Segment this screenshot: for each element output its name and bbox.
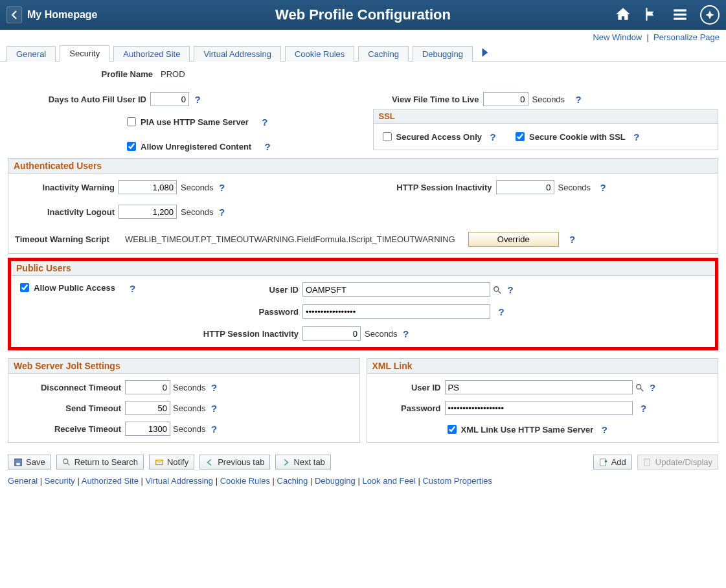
tab-security[interactable]: Security xyxy=(60,45,109,62)
footer-link-authorized-site[interactable]: Authorized Site xyxy=(82,476,139,486)
timeout-script-value: WEBLIB_TIMEOUT.PT_TIMEOUTWARNING.FieldFo… xyxy=(125,234,455,244)
tab-bar: General Security Authorized Site Virtual… xyxy=(0,45,726,62)
footer-link-general[interactable]: General xyxy=(8,476,38,486)
chevron-right-icon xyxy=(479,47,491,58)
footer-link-custom-properties[interactable]: Custom Properties xyxy=(422,476,492,486)
notify-button[interactable]: Notify xyxy=(149,455,194,469)
pia-same-server-checkbox[interactable] xyxy=(127,117,136,126)
help-icon[interactable]: ? xyxy=(648,382,657,393)
footer-link-caching[interactable]: Caching xyxy=(277,476,308,486)
help-icon[interactable]: ? xyxy=(402,328,411,339)
override-button[interactable]: Override xyxy=(468,232,559,247)
seconds-label: Seconds xyxy=(173,383,206,392)
send-timeout-input[interactable] xyxy=(125,401,170,415)
help-icon[interactable]: ? xyxy=(210,403,219,414)
help-icon[interactable]: ? xyxy=(210,382,219,393)
back-button[interactable] xyxy=(6,6,22,23)
tab-authorized-site[interactable]: Authorized Site xyxy=(113,46,190,62)
save-button[interactable]: Save xyxy=(8,455,51,469)
secure-cookie-checkbox[interactable] xyxy=(516,132,525,141)
help-icon[interactable]: ? xyxy=(598,182,607,193)
xml-userid-input[interactable] xyxy=(445,380,633,394)
http-session-label: HTTP Session Inactivity xyxy=(373,183,496,192)
help-icon[interactable]: ? xyxy=(263,141,272,152)
personalize-page-link[interactable]: Personalize Page xyxy=(653,32,720,42)
public-userid-label: User ID xyxy=(173,285,302,295)
allow-unregistered-checkbox[interactable] xyxy=(127,142,136,151)
allow-public-label: Allow Public Access xyxy=(34,283,115,293)
footer-link-cookie-rules[interactable]: Cookie Rules xyxy=(220,476,270,486)
receive-timeout-input[interactable] xyxy=(125,422,170,436)
next-tab-button[interactable]: Next tab xyxy=(275,455,330,469)
public-users-title: Public Users xyxy=(11,261,715,276)
navigator-icon[interactable] xyxy=(700,5,720,25)
tab-general[interactable]: General xyxy=(6,46,56,62)
help-icon[interactable]: ? xyxy=(193,94,202,105)
public-http-session-label: HTTP Session Inactivity xyxy=(173,329,302,339)
xml-same-server-label: XML Link Use HTTP Same Server xyxy=(461,425,594,435)
lookup-icon[interactable] xyxy=(493,284,502,295)
days-autofill-label: Days to Auto Fill User ID xyxy=(8,95,150,104)
xml-password-input[interactable] xyxy=(445,401,633,415)
tab-virtual-addressing[interactable]: Virtual Addressing xyxy=(194,46,281,62)
previous-tab-button[interactable]: Previous tab xyxy=(199,455,270,469)
help-icon[interactable]: ? xyxy=(488,131,497,142)
help-icon[interactable]: ? xyxy=(506,284,515,295)
search-icon xyxy=(62,458,71,467)
inactivity-warning-label: Inactivity Warning xyxy=(15,183,119,192)
home-icon[interactable] xyxy=(615,6,631,25)
lookup-icon[interactable] xyxy=(635,382,644,392)
authenticated-users-title: Authenticated Users xyxy=(8,159,718,174)
view-file-ttl-label: View File Time to Live xyxy=(373,95,483,104)
disconnect-timeout-input[interactable] xyxy=(125,380,170,394)
inactivity-logout-label: Inactivity Logout xyxy=(15,207,119,217)
allow-public-checkbox[interactable] xyxy=(20,283,29,292)
footer-link-debugging[interactable]: Debugging xyxy=(315,476,356,486)
inactivity-logout-input[interactable] xyxy=(119,205,177,219)
profile-name-label: Profile Name xyxy=(92,69,157,79)
save-icon xyxy=(14,458,23,467)
help-icon[interactable]: ? xyxy=(218,207,227,218)
help-icon[interactable]: ? xyxy=(568,234,577,245)
days-autofill-input[interactable] xyxy=(150,92,189,106)
footer-link-virtual-addressing[interactable]: Virtual Addressing xyxy=(146,476,214,486)
public-password-input[interactable] xyxy=(302,304,490,319)
seconds-label: Seconds xyxy=(173,424,206,434)
tab-debugging[interactable]: Debugging xyxy=(413,46,473,62)
help-icon[interactable]: ? xyxy=(497,306,506,317)
public-userid-input[interactable] xyxy=(302,282,490,297)
flag-icon[interactable] xyxy=(643,6,660,25)
new-window-link[interactable]: New Window xyxy=(593,32,642,42)
footer-link-security[interactable]: Security xyxy=(45,476,75,486)
help-icon[interactable]: ? xyxy=(574,94,583,105)
timeout-script-label: Timeout Warning Script xyxy=(15,234,125,244)
content-area: Profile Name PROD Days to Auto Fill User… xyxy=(0,62,726,451)
svg-rect-2 xyxy=(674,17,686,19)
help-icon[interactable]: ? xyxy=(218,182,227,193)
homepage-link[interactable]: My Homepage xyxy=(27,9,97,21)
inactivity-warning-input[interactable] xyxy=(119,180,177,194)
http-session-input[interactable] xyxy=(496,180,554,194)
secured-access-checkbox[interactable] xyxy=(383,132,392,141)
add-button[interactable]: Add xyxy=(593,455,632,469)
help-icon[interactable]: ? xyxy=(600,424,609,435)
return-to-search-button[interactable]: Return to Search xyxy=(56,455,144,469)
help-icon[interactable]: ? xyxy=(632,131,641,142)
help-icon[interactable]: ? xyxy=(128,283,137,294)
public-http-session-input[interactable] xyxy=(302,326,361,341)
secure-cookie-label: Secure Cookie with SSL xyxy=(529,132,626,142)
menu-icon[interactable] xyxy=(672,6,688,25)
xml-userid-label: User ID xyxy=(374,383,445,392)
tab-scroll-right[interactable] xyxy=(479,47,491,58)
help-icon[interactable]: ? xyxy=(260,117,269,128)
xml-same-server-checkbox[interactable] xyxy=(448,425,457,434)
send-timeout-label: Send Timeout xyxy=(15,403,125,413)
arrow-right-icon xyxy=(281,458,290,467)
help-icon[interactable]: ? xyxy=(210,424,219,435)
view-file-ttl-input[interactable] xyxy=(483,92,528,106)
help-icon[interactable]: ? xyxy=(639,403,648,414)
svg-line-6 xyxy=(640,389,642,391)
tab-cookie-rules[interactable]: Cookie Rules xyxy=(285,46,354,62)
tab-caching[interactable]: Caching xyxy=(358,46,409,62)
footer-link-look-and-feel[interactable]: Look and Feel xyxy=(362,476,415,486)
